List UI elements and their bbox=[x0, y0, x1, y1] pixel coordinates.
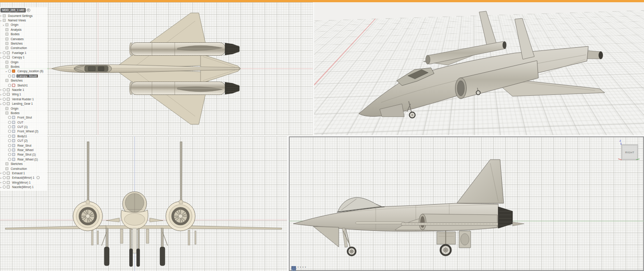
dropdown-caret-icon[interactable]: ▾ bbox=[300, 266, 301, 268]
browser-row-nacelle-mirror-1[interactable]: ▸Nacelle(Mirror) 1 bbox=[0, 185, 47, 189]
body-icon bbox=[12, 130, 15, 133]
visibility-eye-icon[interactable] bbox=[3, 172, 6, 175]
browser-row-body11[interactable]: Body11 bbox=[0, 134, 47, 138]
browser-row-label: Nacelle 1 bbox=[11, 88, 25, 91]
dropdown-caret-icon[interactable]: ▾ bbox=[303, 266, 304, 268]
body-icon bbox=[12, 121, 15, 124]
browser-row-label: CUT bbox=[16, 121, 24, 124]
view-cube[interactable]: Z RIGHT bbox=[618, 141, 639, 160]
visibility-eye-icon[interactable] bbox=[3, 181, 6, 184]
browser-row-analysis[interactable]: Analysis bbox=[0, 27, 47, 32]
browser-row-origin[interactable]: ▸Origin bbox=[0, 23, 47, 27]
folder-icon bbox=[5, 111, 8, 115]
dropdown-caret-icon[interactable]: ▾ bbox=[305, 266, 306, 268]
browser-row-rear-strut[interactable]: Rear_Strut bbox=[0, 143, 47, 148]
visibility-eye-icon[interactable] bbox=[8, 125, 11, 128]
browser-row-rear-wheel[interactable]: Rear_Wheel bbox=[0, 148, 47, 152]
browser-row-label: Nacelle(Mirror) 1 bbox=[11, 185, 34, 189]
body-icon bbox=[12, 139, 15, 142]
browser-row-label: Front_Strut bbox=[16, 116, 33, 119]
sketch-icon bbox=[12, 84, 15, 87]
viewport-perspective-view[interactable] bbox=[314, 2, 644, 135]
browser-row-cut-1[interactable]: CUT (1) bbox=[0, 124, 47, 129]
browser-row-label: Rear_Wheel bbox=[16, 148, 34, 152]
browser-row-rear-strut-1[interactable]: Rear_Strut (1) bbox=[0, 152, 47, 157]
browser-row-canopy-1[interactable]: ▸Canopy 1 bbox=[0, 55, 47, 60]
visibility-eye-icon[interactable] bbox=[3, 88, 6, 91]
browser-row-landing-gear-1[interactable]: ▸Landing_Gear 1 bbox=[0, 101, 47, 106]
visibility-eye-icon[interactable] bbox=[8, 153, 11, 156]
grid-snaps-button[interactable]: ▾ bbox=[303, 266, 304, 268]
body-icon bbox=[12, 144, 15, 147]
visibility-eye-icon[interactable] bbox=[8, 121, 11, 124]
browser-row-label: Origin bbox=[10, 107, 19, 110]
visibility-eye-icon[interactable] bbox=[3, 185, 6, 189]
nav-toolbar: ▾▾▾▾▾ bbox=[291, 266, 306, 268]
visibility-eye-icon[interactable] bbox=[3, 176, 6, 179]
visibility-eye-icon[interactable] bbox=[3, 51, 6, 54]
component-icon bbox=[7, 88, 10, 91]
visibility-eye-icon[interactable] bbox=[8, 148, 11, 152]
visibility-eye-icon[interactable] bbox=[8, 74, 11, 78]
visibility-eye-icon[interactable] bbox=[8, 84, 11, 87]
folder-icon bbox=[5, 42, 8, 45]
browser-row-canopy-mould[interactable]: Canopy_Mould bbox=[0, 74, 47, 78]
browser-row-sketches[interactable]: Sketches bbox=[0, 78, 47, 82]
visibility-eye-icon[interactable] bbox=[8, 139, 11, 142]
browser-row-wing-mirror-1[interactable]: ▸Wing(Mirror) 1 bbox=[0, 180, 47, 185]
browser-row-origin[interactable]: Origin bbox=[0, 106, 47, 111]
selection-circle-icon[interactable] bbox=[37, 176, 40, 179]
visibility-eye-icon[interactable] bbox=[8, 158, 11, 161]
browser-row-nacelle-1[interactable]: ▸Nacelle 1 bbox=[0, 87, 47, 92]
viewcube-face-right[interactable]: RIGHT bbox=[621, 144, 638, 160]
browser-row-front-wheel-2[interactable]: Front_Wheel (2) bbox=[0, 129, 47, 134]
browser-row-wing-1[interactable]: ▸Wing 1 bbox=[0, 92, 47, 97]
browser-row-sketches[interactable]: Sketches bbox=[0, 41, 47, 45]
document-root-node[interactable]: MDD_265_1 v40 bbox=[0, 8, 26, 12]
body-icon bbox=[12, 158, 15, 161]
browser-row-ventral-rudder-1[interactable]: ▸Ventral Rudder 1 bbox=[0, 97, 47, 101]
browser-row-rear-wheel-1[interactable]: Rear_Wheel (1) bbox=[0, 157, 47, 161]
browser-row-label: Origin bbox=[10, 23, 19, 26]
browser-row-sketch1[interactable]: Sketch1 bbox=[0, 83, 47, 87]
visibility-eye-icon[interactable] bbox=[3, 56, 6, 59]
browser-row-document-settings[interactable]: ▸Document Settings bbox=[0, 13, 47, 18]
browser-row-front-strut[interactable]: Front_Strut bbox=[0, 115, 47, 120]
browser-row-construction[interactable]: Construction bbox=[0, 46, 47, 50]
visibility-eye-icon[interactable] bbox=[3, 93, 6, 96]
browser-row-named-views[interactable]: ▸Named Views bbox=[0, 18, 47, 22]
browser-row-bodies[interactable]: Bodies bbox=[0, 32, 47, 37]
display-settings-button[interactable]: ▾ bbox=[300, 266, 301, 268]
browser-row-exhaust-mirror-1[interactable]: ▸Exhaust(Mirror) 1 bbox=[0, 176, 47, 180]
browser-row-canvases[interactable]: Canvases bbox=[0, 37, 47, 41]
component-icon bbox=[7, 56, 10, 59]
visibility-eye-icon[interactable] bbox=[3, 98, 6, 101]
browser-row-label: Sketches bbox=[10, 79, 24, 82]
browser-row-label: Construction bbox=[10, 46, 28, 49]
visibility-eye-icon[interactable] bbox=[8, 116, 11, 119]
visibility-eye-icon[interactable] bbox=[3, 102, 6, 105]
folder-icon bbox=[5, 79, 8, 82]
browser-row-bodies[interactable]: Bodies bbox=[0, 111, 47, 115]
visibility-eye-icon[interactable] bbox=[8, 130, 11, 133]
browser-row-label: Rear_Strut bbox=[16, 144, 32, 147]
browser-row-origin[interactable]: Origin bbox=[0, 60, 47, 64]
component-icon bbox=[7, 181, 10, 184]
browser-row-bodies[interactable]: Bodies bbox=[0, 64, 47, 69]
zoom-fit-button[interactable]: ▾ bbox=[298, 266, 299, 268]
dropdown-caret-icon[interactable]: ▾ bbox=[298, 266, 299, 268]
browser-row-fuselage-1[interactable]: ▸Fuselage 1 bbox=[0, 50, 47, 55]
browser-row-canopy-location-6[interactable]: ▸Canopy_location (6) bbox=[0, 69, 47, 74]
visibility-eye-icon[interactable] bbox=[8, 135, 11, 138]
visibility-eye-icon[interactable] bbox=[8, 70, 11, 73]
browser-row-sketches[interactable]: Sketches bbox=[0, 162, 47, 166]
visibility-eye-icon[interactable] bbox=[8, 144, 11, 147]
browser-row-exhaust-1[interactable]: ▸Exhaust 1 bbox=[0, 171, 47, 175]
viewports-button[interactable]: ▾ bbox=[305, 266, 306, 268]
browser-row-cut-2[interactable]: CUT (2) bbox=[0, 139, 47, 143]
browser-row-cut[interactable]: CUT bbox=[0, 120, 47, 124]
document-visibility-icon[interactable] bbox=[27, 8, 30, 12]
browser-row-label: Bodies bbox=[10, 33, 21, 36]
viewport-right-view[interactable]: Z RIGHT ▾▾▾▾▾ bbox=[289, 136, 644, 271]
browser-row-construction[interactable]: Construction bbox=[0, 166, 47, 171]
